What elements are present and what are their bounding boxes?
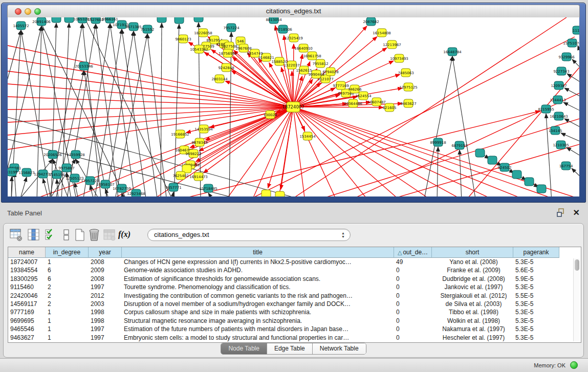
table-cell[interactable]: 1998: [89, 308, 122, 316]
table-cell[interactable]: 0: [394, 275, 432, 283]
table-scrollbar-thumb[interactable]: [575, 259, 579, 271]
tab-edge-table[interactable]: Edge Table: [267, 343, 313, 354]
graph-node[interactable]: [175, 17, 184, 24]
new-table-icon[interactable]: [73, 228, 86, 242]
table-cell[interactable]: 0: [394, 300, 432, 308]
table-cell[interactable]: 19384554: [8, 266, 46, 274]
table-cell[interactable]: de Silva et al. (2003): [432, 300, 513, 308]
float-panel-icon[interactable]: [557, 208, 565, 217]
table-cell[interactable]: Hescheler et al. (1997): [432, 334, 513, 342]
table-row[interactable]: 1938455462009Genome-wide association stu…: [8, 266, 559, 274]
table-cell[interactable]: 0: [394, 334, 432, 342]
column-select-icon[interactable]: [27, 228, 40, 242]
graph-node[interactable]: [64, 17, 74, 23]
table-cell[interactable]: 9115460: [8, 283, 46, 291]
table-cell[interactable]: 2: [46, 283, 89, 291]
table-cell[interactable]: Stergiakouli et al. (2012): [432, 292, 513, 300]
table-cell[interactable]: Structural magnetic resonance image aver…: [122, 317, 394, 325]
function-builder-icon[interactable]: f(x): [118, 230, 132, 243]
table-cell[interactable]: 5.5E-5: [513, 292, 559, 300]
network-canvas[interactable]: 1822605898601238912954818632391275091054…: [8, 17, 579, 196]
table-scrollbar[interactable]: [573, 258, 580, 341]
table-row[interactable]: 977716911998Corpus callosum shape and si…: [8, 308, 559, 316]
table-cell[interactable]: Embryonic stem cells: a model to study s…: [122, 334, 394, 342]
table-cell[interactable]: 18300295: [8, 275, 46, 283]
table-cell[interactable]: Investigating the contribution of common…: [122, 292, 394, 300]
table-row[interactable]: 969969511998Structural magnetic resonanc…: [8, 317, 559, 325]
table-cell[interactable]: 5.3E-5: [513, 317, 559, 325]
table-cell[interactable]: 1: [46, 334, 89, 342]
graph-node[interactable]: [262, 190, 271, 196]
table-row[interactable]: 1830029562008Estimation of significance …: [8, 275, 559, 283]
table-cell[interactable]: Tourette syndrome. Phenomenology and cla…: [122, 283, 394, 291]
table-cell[interactable]: 0: [394, 266, 432, 274]
rows-icon[interactable]: [60, 228, 73, 242]
table-cell[interactable]: Corpus callosum shape and size in male p…: [122, 308, 394, 316]
graph-node[interactable]: [52, 17, 61, 23]
table-cell[interactable]: 0: [394, 292, 432, 300]
table-cell[interactable]: 49: [394, 258, 432, 266]
close-panel-icon[interactable]: ✕: [573, 208, 580, 217]
select-all-icon[interactable]: [45, 228, 58, 242]
table-row[interactable]: 1872400712008Changes of HCN gene express…: [8, 258, 559, 266]
graph-node[interactable]: [537, 185, 546, 193]
table-cell[interactable]: 2012: [89, 292, 122, 300]
table-cell[interactable]: 5.3E-5: [513, 325, 559, 333]
column-header-year[interactable]: year: [89, 247, 122, 258]
table-row[interactable]: 2242004622012Investigating the contribut…: [8, 292, 559, 300]
table-cell[interactable]: 0: [394, 317, 432, 325]
table-cell[interactable]: 9465546: [8, 325, 46, 333]
column-header-out_de[interactable]: △out_de…: [394, 247, 432, 258]
table-cell[interactable]: Estimation of significance thresholds fo…: [122, 275, 394, 283]
table-cell[interactable]: Tibbo et al. (1998): [432, 308, 513, 316]
table-cell[interactable]: Estimation of the future numbers of pati…: [122, 325, 394, 333]
table-cell[interactable]: 1997: [89, 325, 122, 333]
table-cell[interactable]: Wolkin et al. (1998): [432, 317, 513, 325]
tab-network-table[interactable]: Network Table: [313, 343, 366, 354]
table-cell[interactable]: 2008: [89, 275, 122, 283]
table-cell[interactable]: 5.3E-5: [513, 300, 559, 308]
delete-table-icon[interactable]: [88, 228, 101, 242]
table-row[interactable]: 946362711997Embryonic stem cells: a mode…: [8, 334, 559, 342]
table-cell[interactable]: Nakamura et al. (1997): [432, 325, 513, 333]
table-cell[interactable]: Changes of HCN gene expression and I(f) …: [122, 258, 394, 266]
table-row[interactable]: 911546021997Tourette syndrome. Phenomeno…: [8, 283, 559, 291]
table-cell[interactable]: 1: [46, 308, 89, 316]
table-cell[interactable]: 5.3E-5: [513, 283, 559, 291]
table-cell[interactable]: 1998: [89, 317, 122, 325]
column-header-pagerank[interactable]: pagerank: [513, 247, 559, 258]
graph-node[interactable]: [488, 156, 497, 164]
table-cell[interactable]: 0: [394, 325, 432, 333]
table-cell[interactable]: 2: [46, 292, 89, 300]
table-row[interactable]: 946554611997Estimation of the future num…: [8, 325, 559, 333]
table-cell[interactable]: Yano et al. (2008): [432, 258, 513, 266]
table-cell[interactable]: 6: [46, 266, 89, 274]
table-cell[interactable]: 2003: [89, 300, 122, 308]
table-cell[interactable]: 1: [46, 317, 89, 325]
table-cell[interactable]: 1997: [89, 283, 122, 291]
graph-node[interactable]: [194, 17, 203, 22]
table-cell[interactable]: 1: [46, 258, 89, 266]
table-row[interactable]: 1456911722003Disruption of a novel membe…: [8, 300, 559, 308]
table-cell[interactable]: Genome-wide association studies in ADHD.: [122, 266, 394, 274]
graph-node[interactable]: [157, 17, 166, 23]
table-cell[interactable]: 5.9E-5: [513, 275, 559, 283]
column-header-in_degree[interactable]: in_degree: [46, 247, 89, 258]
window-titlebar[interactable]: citations_edges.txt: [7, 5, 580, 17]
table-cell[interactable]: 2: [46, 300, 89, 308]
table-cell[interactable]: 0: [394, 308, 432, 316]
table-cell[interactable]: 5.3E-5: [513, 334, 559, 342]
table-cell[interactable]: 6: [46, 275, 89, 283]
tab-node-table[interactable]: Node Table: [221, 343, 267, 354]
table-cell[interactable]: Jankovic et al. (1997): [432, 283, 513, 291]
table-cell[interactable]: 0: [394, 283, 432, 291]
graph-node[interactable]: [525, 178, 534, 186]
table-select-dropdown[interactable]: citations_edges.txt ▲▼: [147, 229, 351, 241]
citation-network-graph[interactable]: 1822605898601238912954818632391275091054…: [8, 17, 579, 196]
column-header-title[interactable]: title: [122, 247, 394, 258]
graph-node[interactable]: [475, 149, 485, 157]
table-cell[interactable]: 5.3E-5: [513, 308, 559, 316]
table-cell[interactable]: 5.3E-5: [513, 258, 559, 266]
table-cell[interactable]: 14569117: [8, 300, 46, 308]
table-cell[interactable]: Disruption of a novel member of a sodium…: [122, 300, 394, 308]
